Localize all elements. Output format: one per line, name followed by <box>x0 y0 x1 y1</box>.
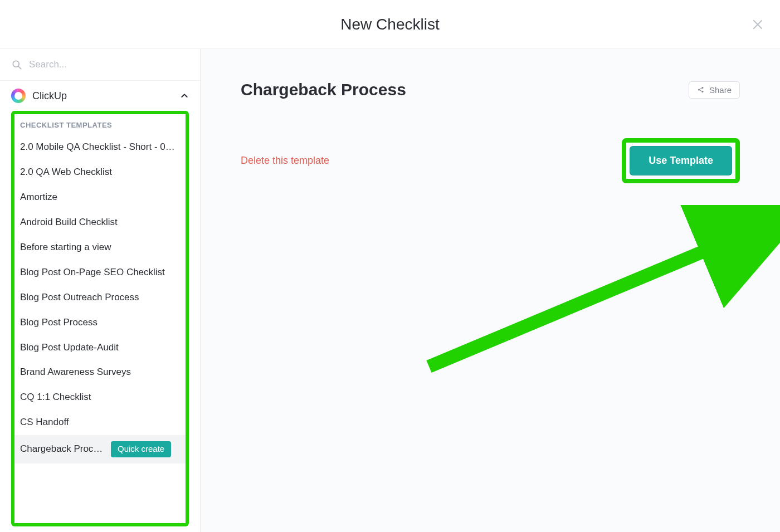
template-item[interactable]: Blog Post Update-Audit <box>14 335 186 360</box>
modal-title: New Checklist <box>340 16 439 33</box>
share-icon <box>697 86 705 94</box>
template-item-label: Blog Post Outreach Process <box>20 291 180 304</box>
search-input[interactable] <box>29 59 189 70</box>
template-item[interactable]: Blog Post Outreach Process <box>14 285 186 310</box>
close-button[interactable] <box>751 18 764 31</box>
template-item[interactable]: Amortize <box>14 185 186 210</box>
template-item-label: Blog Post On-Page SEO Checklist <box>20 266 180 279</box>
template-item-label: 2.0 QA Web Checklist <box>20 166 180 179</box>
template-item[interactable]: Before starting a view <box>14 235 186 260</box>
template-item[interactable]: 2.0 Mobile QA Checklist - Short - 01.01.… <box>14 135 186 160</box>
templates-highlight: CHECKLIST TEMPLATES 2.0 Mobile QA Checkl… <box>11 111 189 526</box>
template-item[interactable]: CS Handoff <box>14 410 186 435</box>
template-title: Chargeback Process <box>241 80 406 99</box>
quick-create-button[interactable]: Quick create <box>111 441 171 457</box>
workspace-name: ClickUp <box>32 90 173 102</box>
workspace-toggle[interactable]: ClickUp <box>0 81 200 111</box>
share-button[interactable]: Share <box>689 81 740 99</box>
template-item-label: CS Handoff <box>20 416 180 429</box>
template-item-label: CQ 1:1 Checklist <box>20 391 180 404</box>
action-row: Delete this template Use Template <box>241 138 740 183</box>
template-item[interactable]: 2.0 QA Web Checklist <box>14 160 186 185</box>
close-icon <box>751 18 764 31</box>
template-item-label: 2.0 Mobile QA Checklist - Short - 01.01.… <box>20 141 180 154</box>
template-item-label: Before starting a view <box>20 241 180 254</box>
template-item[interactable]: Blog Post On-Page SEO Checklist <box>14 260 186 285</box>
template-item-label: Amortize <box>20 191 180 204</box>
template-item-label: Blog Post Update-Audit <box>20 341 180 354</box>
delete-template-link[interactable]: Delete this template <box>241 155 329 167</box>
template-item-label: Brand Awareness Surveys <box>20 366 180 379</box>
svg-line-6 <box>700 90 702 91</box>
template-item[interactable]: CQ 1:1 Checklist <box>14 385 186 410</box>
template-list[interactable]: 2.0 Mobile QA Checklist - Short - 01.01.… <box>14 135 186 523</box>
template-item-label: Chargeback Process <box>20 443 106 456</box>
svg-line-5 <box>700 88 702 89</box>
template-item[interactable]: Chargeback ProcessQuick create <box>14 435 186 463</box>
modal-header: New Checklist <box>0 0 780 49</box>
workspace-logo-icon <box>11 89 26 103</box>
modal-body: ClickUp CHECKLIST TEMPLATES 2.0 Mobile Q… <box>0 49 780 532</box>
svg-line-8 <box>429 222 774 367</box>
templates-section-header: CHECKLIST TEMPLATES <box>14 121 186 135</box>
main-panel: Chargeback Process Share Delete this tem… <box>201 49 780 532</box>
new-checklist-modal: New Checklist ClickUp <box>0 0 780 532</box>
template-item[interactable]: Android Build Checklist <box>14 210 186 235</box>
annotation-arrow-icon <box>423 205 780 383</box>
main-header: Chargeback Process Share <box>241 80 740 99</box>
svg-line-1 <box>18 66 21 69</box>
template-item[interactable]: Blog Post Process <box>14 310 186 335</box>
search-icon <box>11 59 22 70</box>
template-item-label: Android Build Checklist <box>20 216 180 229</box>
sidebar: ClickUp CHECKLIST TEMPLATES 2.0 Mobile Q… <box>0 49 201 532</box>
template-item[interactable]: Brand Awareness Surveys <box>14 360 186 385</box>
share-label: Share <box>709 85 732 95</box>
use-template-button[interactable]: Use Template <box>630 146 732 175</box>
use-template-highlight: Use Template <box>622 138 740 183</box>
template-item-label: Blog Post Process <box>20 316 180 329</box>
chevron-up-icon <box>180 91 189 100</box>
search-wrap <box>0 49 200 81</box>
